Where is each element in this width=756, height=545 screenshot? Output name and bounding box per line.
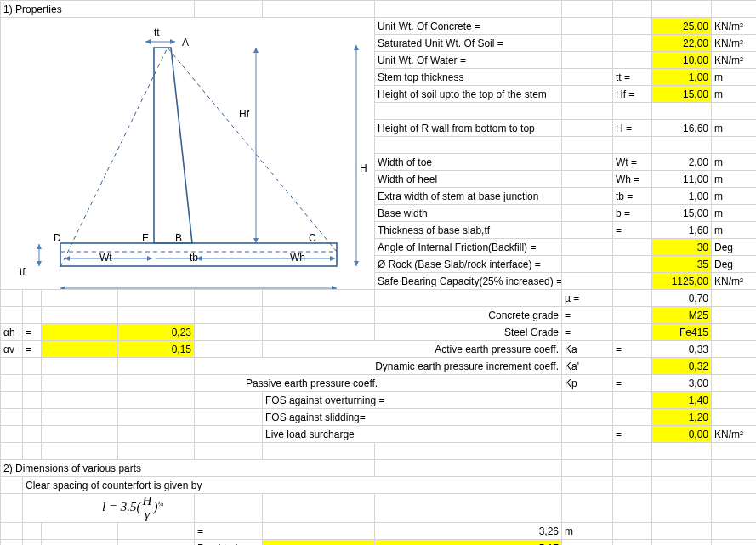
row-val[interactable]: 30 <box>652 239 712 256</box>
row-sym: Wt = <box>613 154 652 171</box>
row-sym: = <box>613 222 652 239</box>
row-eq: = <box>613 375 652 392</box>
diagram-label-Hf: Hf <box>239 108 249 120</box>
row-label: Passive earth pressure coeff. <box>195 375 562 392</box>
row-unit: m <box>712 171 756 188</box>
row-unit: m <box>712 154 756 171</box>
row-sym: Wh = <box>613 171 652 188</box>
row-label: Safe Bearing Capacity(25% increased) = <box>375 273 562 290</box>
row-sym: = <box>562 307 613 324</box>
row-sym: µ = <box>562 290 613 307</box>
dim-eq: = <box>195 523 263 540</box>
row-label: Unit Wt. Of Concrete = <box>375 18 562 35</box>
row-val[interactable]: 35 <box>652 256 712 273</box>
row-label: Ø Rock (Base Slab/rock interface) = <box>375 256 562 273</box>
diagram-cell: tt A Hf H D E B C Wt tb Wh tf b <box>1 18 375 290</box>
ah-eq: = <box>23 324 42 341</box>
row-sym: Ka' <box>562 358 613 375</box>
row-val[interactable]: 1,00 <box>652 69 712 86</box>
row-label: Width of toe <box>375 154 562 171</box>
row-sym: = <box>613 426 652 443</box>
row-val[interactable]: 1125,00 <box>652 273 712 290</box>
row-label: Height of soil upto the top of the stem <box>375 86 562 103</box>
row-label: FOS against overturning = <box>263 392 562 409</box>
row-label: FOS against slidding= <box>263 409 562 426</box>
row-unit: KN/m² <box>712 426 756 443</box>
row-unit: KN/m² <box>712 52 756 69</box>
row-val[interactable]: 1,40 <box>652 392 712 409</box>
row-unit: KN/m³ <box>712 35 756 52</box>
row-unit: m <box>712 69 756 86</box>
row-val[interactable]: 15,00 <box>652 86 712 103</box>
row-unit: Deg <box>712 256 756 273</box>
diagram-label-E: E <box>142 232 149 244</box>
row-label: Stem top thickness <box>375 69 562 86</box>
row-sym: = <box>562 324 613 341</box>
row-label: Concrete grade <box>375 307 562 324</box>
diagram-label-tf: tf <box>20 266 26 278</box>
row-sym: tt = <box>613 69 652 86</box>
row-val[interactable]: 1,20 <box>652 409 712 426</box>
row-label: Active earth pressure coeff. <box>263 341 562 358</box>
row-sym: Kp <box>562 375 613 392</box>
row-val[interactable]: 16,60 <box>652 120 712 137</box>
row-val[interactable]: M25 <box>652 307 712 324</box>
row-label: Live load surcharge <box>263 426 562 443</box>
row-unit: Deg <box>712 239 756 256</box>
row-label: Steel Grade <box>375 324 562 341</box>
row-label: Thickness of base slab,tf <box>375 222 562 239</box>
row-label: Angle of Internal Friction(Backfill) = <box>375 239 562 256</box>
row-val[interactable]: 0,00 <box>652 426 712 443</box>
row-label: Height of R wall from bottom to top <box>375 120 562 137</box>
diagram-label-Wh: Wh <box>290 252 305 264</box>
row-val[interactable]: 25,00 <box>652 18 712 35</box>
row-val[interactable]: 2,00 <box>652 154 712 171</box>
row-val[interactable]: 0,33 <box>652 341 712 358</box>
row-unit: KN/m³ <box>712 18 756 35</box>
row-val[interactable]: Fe415 <box>652 324 712 341</box>
row-unit: m <box>712 205 756 222</box>
ah-label: αh <box>1 324 23 341</box>
row-val[interactable]: 22,00 <box>652 35 712 52</box>
diagram-label-Wt: Wt <box>99 252 112 264</box>
row-val[interactable]: 1,00 <box>652 188 712 205</box>
retaining-wall-diagram <box>1 18 375 290</box>
row-label: Unit Wt. Of Water = <box>375 52 562 69</box>
dim-provided-label: Provided <box>195 540 263 546</box>
diagram-label-A: A <box>182 37 189 48</box>
row-val[interactable]: 1,60 <box>652 222 712 239</box>
row-val[interactable]: 11,00 <box>652 171 712 188</box>
dim-provided-unit: m <box>562 540 613 546</box>
row-unit: m <box>712 120 756 137</box>
row-label: Saturated Unit Wt. Of Soil = <box>375 35 562 52</box>
row-val[interactable]: 0,32 <box>652 358 712 375</box>
row-label: Width of heel <box>375 171 562 188</box>
row-val[interactable]: 15,00 <box>652 205 712 222</box>
diagram-label-tb: tb <box>190 252 198 264</box>
section2-title: 2) Dimensions of various parts <box>1 460 375 477</box>
diagram-label-C: C <box>309 232 316 244</box>
diagram-label-H: H <box>360 162 367 174</box>
row-label: Dynamic earth pressure increment coeff. <box>195 358 562 375</box>
row-val[interactable]: 0,70 <box>652 290 712 307</box>
row-val[interactable]: 10,00 <box>652 52 712 69</box>
dim-computed[interactable]: 3,26 <box>375 523 562 540</box>
av-eq: = <box>23 341 42 358</box>
row-eq: = <box>613 341 652 358</box>
dim-provided[interactable]: 5,17 <box>375 540 562 546</box>
diagram-label-tt: tt <box>154 26 160 38</box>
row-sym: b = <box>613 205 652 222</box>
av-label: αv <box>1 341 23 358</box>
row-sym: H = <box>613 120 652 137</box>
ah-val[interactable]: 0,23 <box>118 324 195 341</box>
dim-computed-unit: m <box>562 523 613 540</box>
row-val[interactable]: 3,00 <box>652 375 712 392</box>
row-unit: m <box>712 86 756 103</box>
row-unit: m <box>712 222 756 239</box>
diagram-label-D: D <box>54 232 61 244</box>
row-unit: KN/m² <box>712 273 756 290</box>
row-sym: tb = <box>613 188 652 205</box>
row-unit: m <box>712 188 756 205</box>
av-val[interactable]: 0,15 <box>118 341 195 358</box>
section1-title: 1) Properties <box>1 1 195 18</box>
